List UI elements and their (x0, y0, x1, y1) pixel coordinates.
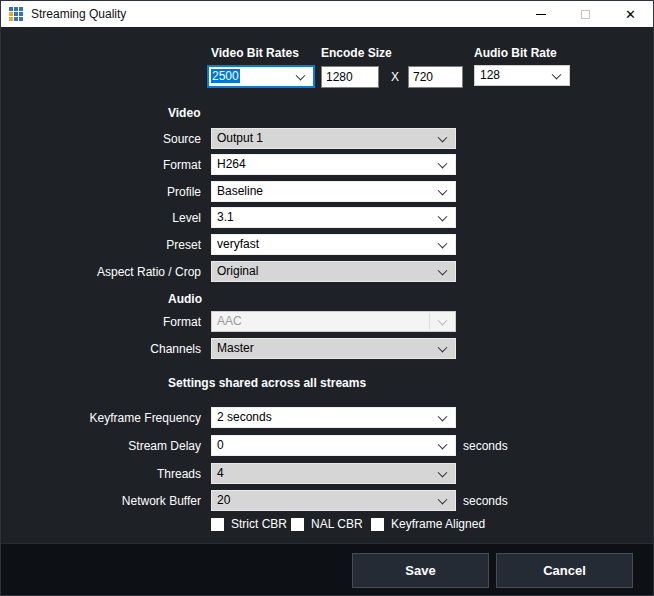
preset-dropdown[interactable]: veryfast (211, 234, 456, 255)
chevron-down-icon (438, 211, 448, 221)
maximize-button (563, 1, 608, 27)
video-bit-rate-value: 2500 (211, 69, 240, 83)
profile-label: Profile (1, 185, 201, 199)
strict-cbr-checkbox[interactable]: Strict CBR (211, 517, 287, 531)
format-dropdown[interactable]: H264 (211, 154, 456, 175)
threads-label: Threads (1, 467, 201, 481)
chevron-down-icon (552, 69, 562, 79)
encode-height-input[interactable] (408, 66, 463, 88)
chevron-down-icon (438, 411, 448, 421)
app-grid-icon (9, 7, 23, 21)
title-bar: Streaming Quality ✕ (1, 1, 653, 27)
aspect-ratio-crop-dropdown[interactable]: Original (211, 261, 456, 282)
checkbox-icon (291, 518, 304, 531)
audio-section-header: Audio (168, 292, 202, 306)
video-bit-rates-label: Video Bit Rates (211, 46, 299, 60)
close-button[interactable]: ✕ (608, 1, 653, 27)
chevron-down-icon (438, 158, 448, 168)
minimize-button[interactable] (518, 1, 563, 27)
chevron-down-icon (438, 439, 448, 449)
audio-bit-rate-label: Audio Bit Rate (474, 46, 557, 60)
channels-label: Channels (1, 342, 201, 356)
video-section-header: Video (168, 106, 200, 120)
chevron-down-icon (438, 238, 448, 248)
profile-dropdown[interactable]: Baseline (211, 181, 456, 202)
nal-cbr-checkbox[interactable]: NAL CBR (291, 517, 363, 531)
window-controls: ✕ (518, 1, 653, 27)
stream-delay-dropdown[interactable]: 0 (211, 435, 456, 456)
audio-format-label: Format (1, 315, 201, 329)
cancel-button[interactable]: Cancel (496, 553, 633, 588)
encode-size-label: Encode Size (321, 46, 392, 60)
level-label: Level (1, 211, 201, 225)
close-icon: ✕ (625, 8, 636, 21)
keyframe-frequency-label: Keyframe Frequency (1, 411, 201, 425)
streaming-quality-dialog: Streaming Quality ✕ Video Bit Rates Enco… (0, 0, 654, 596)
encode-width-input[interactable] (321, 66, 379, 88)
encode-size-separator: X (391, 70, 399, 84)
keyframe-frequency-dropdown[interactable]: 2 seconds (211, 407, 456, 428)
chevron-down-icon (438, 494, 448, 504)
preset-label: Preset (1, 238, 201, 252)
source-dropdown[interactable]: Output 1 (211, 128, 456, 149)
chevron-down-icon (438, 467, 448, 477)
threads-dropdown[interactable]: 4 (211, 463, 456, 484)
chevron-down-icon (438, 185, 448, 195)
network-buffer-dropdown[interactable]: 20 (211, 490, 456, 511)
aspect-ratio-crop-label: Aspect Ratio / Crop (1, 265, 201, 279)
chevron-down-icon (438, 265, 448, 275)
stream-delay-unit: seconds (463, 439, 508, 453)
chevron-down-icon (438, 342, 448, 352)
maximize-icon (581, 10, 590, 19)
network-buffer-unit: seconds (463, 494, 508, 508)
window-title: Streaming Quality (31, 7, 126, 21)
chevron-down-icon (296, 70, 306, 80)
level-dropdown[interactable]: 3.1 (211, 207, 456, 228)
chevron-down-icon (438, 315, 448, 325)
network-buffer-label: Network Buffer (1, 494, 201, 508)
audio-bit-rate-combobox[interactable]: 128 (474, 65, 570, 86)
stream-delay-label: Stream Delay (1, 439, 201, 453)
channels-dropdown[interactable]: Master (211, 338, 456, 359)
source-label: Source (1, 132, 201, 146)
minimize-icon (536, 14, 546, 15)
audio-bit-rate-value: 128 (480, 66, 547, 85)
chevron-down-icon (438, 132, 448, 142)
shared-settings-header: Settings shared across all streams (168, 376, 366, 390)
video-bit-rate-combobox[interactable]: 2500 (207, 65, 315, 88)
checkbox-icon (371, 518, 384, 531)
footer-bar: Save Cancel (1, 543, 653, 596)
save-button[interactable]: Save (352, 553, 489, 588)
format-label: Format (1, 158, 201, 172)
keyframe-aligned-checkbox[interactable]: Keyframe Aligned (371, 517, 485, 531)
audio-format-dropdown: AAC (211, 311, 456, 332)
checkbox-icon (211, 518, 224, 531)
